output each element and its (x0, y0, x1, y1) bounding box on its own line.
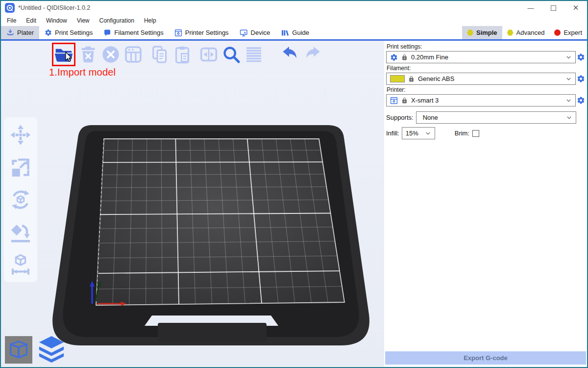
minimize-button[interactable]: — (519, 1, 542, 15)
copy-icon (150, 45, 170, 64)
menu-configuration[interactable]: Configuration (95, 17, 139, 24)
trash-icon (78, 45, 98, 64)
mode-simple[interactable]: Simple (462, 26, 502, 39)
preview-view-button[interactable] (37, 334, 66, 364)
printer-value: X-smart 3 (411, 97, 562, 104)
chevron-down-icon (566, 114, 572, 121)
tab-label: Filament Settings (114, 29, 163, 36)
supports-dropdown[interactable]: None (416, 111, 576, 124)
mode-expert[interactable]: Expert (549, 26, 587, 39)
menu-file[interactable]: File (2, 17, 21, 24)
tab-print-settings[interactable]: Print Settings (39, 26, 98, 39)
search-icon (221, 45, 241, 64)
books-icon (281, 29, 289, 37)
search-button[interactable] (221, 45, 241, 64)
undo-arrow-icon (280, 45, 300, 64)
mode-advanced[interactable]: Advanced (502, 26, 550, 39)
gear-icon (577, 53, 585, 61)
infill-dropdown[interactable]: 15% (402, 127, 435, 139)
split-button[interactable] (199, 45, 219, 64)
filament-dropdown[interactable]: Generic ABS (386, 73, 576, 85)
rotate-icon (9, 188, 32, 211)
menu-edit[interactable]: Edit (21, 17, 41, 24)
printer-settings-gear-button[interactable] (576, 96, 586, 105)
mode-label: Simple (476, 29, 497, 36)
printer-icon (390, 97, 398, 105)
print-settings-label: Print settings: (387, 43, 586, 50)
gear-icon (577, 96, 585, 105)
measure-icon (9, 253, 32, 276)
move-icon (9, 123, 32, 147)
filament-settings-gear-button[interactable] (576, 75, 586, 83)
chevron-down-icon (565, 76, 572, 82)
menu-view[interactable]: View (72, 17, 95, 24)
move-gizmo-button[interactable] (9, 123, 32, 147)
delete-all-button[interactable] (101, 45, 121, 64)
undo-button[interactable] (280, 45, 300, 64)
mode-label: Expert (564, 29, 582, 36)
delete-button[interactable] (78, 45, 98, 64)
title-bar: *Untitled - QIDISlicer-1.0.2 — ✕ (1, 1, 587, 15)
paste-button[interactable] (172, 45, 192, 64)
lock-icon (401, 97, 408, 104)
tab-label: Guide (292, 29, 309, 36)
place-on-face-gizmo-button[interactable] (9, 220, 32, 244)
mode-selector: Simple Advanced Expert (462, 26, 587, 39)
window-title: *Untitled - QIDISlicer-1.0.2 (18, 4, 90, 11)
menu-help[interactable]: Help (139, 17, 161, 24)
circle-x-icon (101, 45, 121, 64)
close-button[interactable]: ✕ (564, 1, 587, 15)
filament-value: Generic ABS (418, 75, 562, 82)
measure-gizmo-button[interactable] (9, 253, 32, 276)
print-settings-gear-button[interactable] (576, 53, 586, 61)
tab-printer-settings[interactable]: Printer Settings (169, 26, 234, 39)
brim-label: Brim: (455, 130, 469, 137)
menu-window[interactable]: Window (41, 17, 72, 24)
chevron-down-icon (565, 54, 572, 60)
lock-icon (408, 76, 415, 82)
tab-label: Printer Settings (185, 29, 229, 36)
app-logo-icon (5, 3, 15, 13)
split-arrows-icon (199, 45, 219, 64)
supports-value: None (420, 114, 563, 121)
3d-editor-view-button[interactable] (5, 336, 32, 364)
layers-list-icon (244, 45, 264, 64)
tab-plater[interactable]: Plater (1, 26, 39, 39)
mode-dot (467, 29, 473, 36)
tab-filament-settings[interactable]: Filament Settings (98, 26, 169, 39)
settings-sidebar: Print settings: 0.20mm Fine Filament: Ge… (384, 41, 587, 367)
arrange-button[interactable] (123, 45, 143, 64)
print-profile-dropdown[interactable]: 0.20mm Fine (386, 51, 576, 63)
brim-checkbox[interactable] (472, 130, 479, 137)
gear-icon (390, 53, 398, 61)
cube-icon (7, 338, 30, 362)
tab-bar: Plater Print Settings Filament Settings … (1, 26, 587, 41)
import-annotation: 1.Import model (49, 67, 116, 78)
printer-icon (174, 29, 182, 37)
tab-guide[interactable]: Guide (275, 26, 315, 39)
mouse-cursor (65, 52, 74, 63)
filament-color-swatch (390, 75, 405, 82)
filament-label: Filament: (387, 65, 586, 72)
redo-button[interactable] (303, 45, 322, 64)
redo-arrow-icon (303, 45, 322, 64)
rotate-gizmo-button[interactable] (9, 188, 32, 211)
variable-layer-height-button[interactable] (244, 45, 264, 64)
copy-button[interactable] (150, 45, 170, 64)
paste-icon (172, 45, 192, 64)
mode-dot (554, 29, 561, 36)
lock-icon (401, 54, 408, 61)
tab-device[interactable]: Device (234, 26, 276, 39)
print-profile-value: 0.20mm Fine (411, 53, 562, 61)
plater-icon (6, 29, 14, 37)
3d-viewport[interactable]: 1.Import model (1, 41, 384, 367)
app-window: *Untitled - QIDISlicer-1.0.2 — ✕ File Ed… (0, 0, 588, 368)
export-gcode-button[interactable]: Export G-code (385, 351, 586, 365)
scale-gizmo-button[interactable] (9, 156, 32, 179)
printer-label: Printer: (387, 86, 586, 93)
maximize-button[interactable] (542, 1, 564, 15)
mode-dot (507, 29, 514, 36)
printer-dropdown[interactable]: X-smart 3 (386, 94, 576, 106)
tab-label: Device (251, 29, 270, 36)
view-toggles (5, 334, 66, 364)
